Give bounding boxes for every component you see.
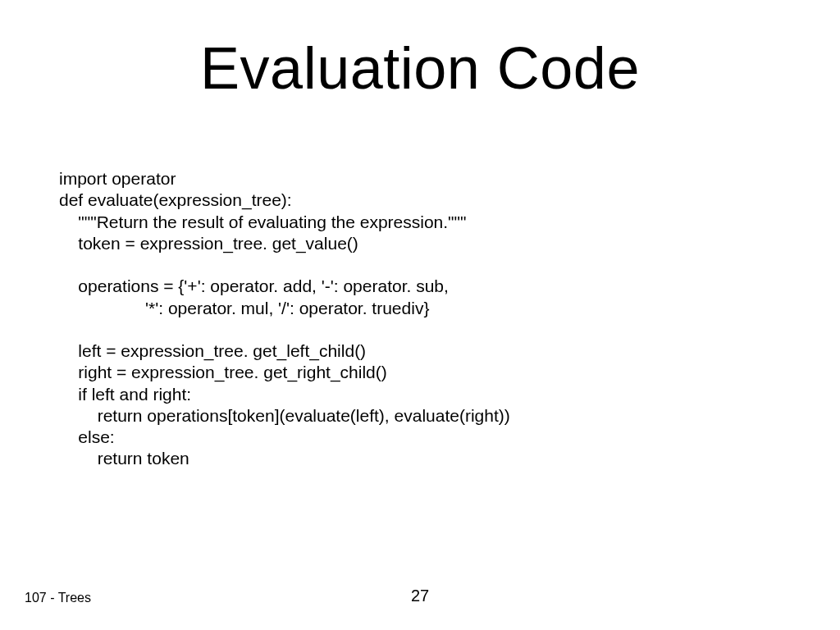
page-number: 27 bbox=[0, 587, 840, 605]
slide: Evaluation Code import operator def eval… bbox=[0, 0, 840, 630]
code-block: import operator def evaluate(expression_… bbox=[59, 168, 781, 470]
slide-title: Evaluation Code bbox=[0, 34, 840, 102]
